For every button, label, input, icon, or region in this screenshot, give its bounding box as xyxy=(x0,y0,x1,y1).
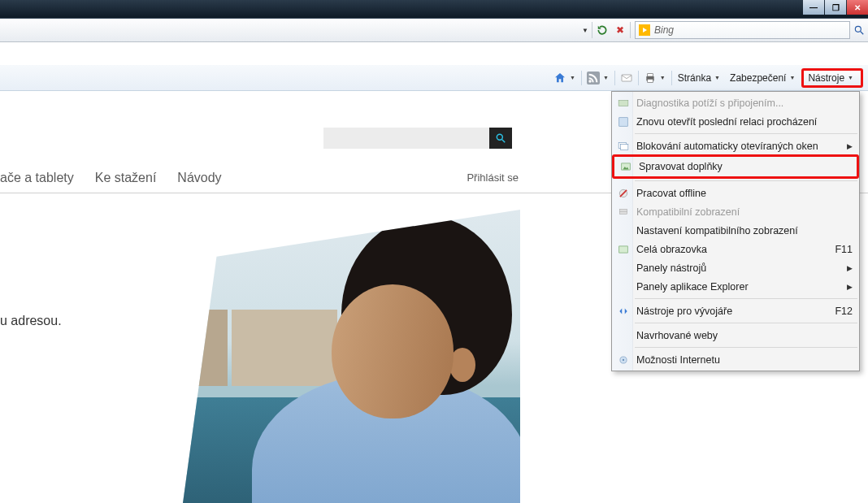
site-search-input[interactable] xyxy=(323,128,489,149)
submenu-arrow-icon: ▶ xyxy=(847,264,853,272)
svg-point-20 xyxy=(623,358,624,360)
shortcut-text: F11 xyxy=(828,244,853,255)
menu-item-popup-blocker[interactable]: Blokování automaticky otevíraných oken ▶ xyxy=(612,137,859,155)
command-bar: ▼ ▼ ▼ Stránka▼ Zabezpečení▼ Nástroje▼ xyxy=(0,65,868,91)
page-body-text: u adresou. xyxy=(0,314,62,328)
page-menu-button[interactable]: Stránka▼ xyxy=(675,70,727,86)
window-maximize-button[interactable]: ❐ xyxy=(825,0,846,15)
reopen-icon xyxy=(615,116,631,128)
svg-rect-10 xyxy=(618,100,628,106)
menu-item-internet-options[interactable]: Možnosti Internetu xyxy=(612,350,859,369)
home-icon[interactable] xyxy=(553,71,567,85)
diagnose-icon xyxy=(615,98,631,109)
site-search xyxy=(323,128,512,149)
svg-point-3 xyxy=(588,80,591,82)
submenu-arrow-icon: ▶ xyxy=(847,142,853,150)
bing-icon xyxy=(639,24,650,36)
nav-item[interactable]: Návody xyxy=(177,171,221,185)
shortcut-text: F12 xyxy=(828,306,853,317)
separator xyxy=(630,22,631,38)
submenu-arrow-icon: ▶ xyxy=(847,283,853,291)
svg-point-8 xyxy=(497,134,502,140)
svg-point-0 xyxy=(855,26,861,32)
svg-rect-2 xyxy=(587,72,600,85)
menu-item-diagnose: Diagnostika potíží s připojením... xyxy=(612,93,859,112)
window-titlebar: — ❐ ✕ xyxy=(0,0,868,18)
window-close-button[interactable]: ✕ xyxy=(847,0,868,15)
feeds-icon[interactable] xyxy=(586,71,601,85)
dropdown-icon[interactable]: ▼ xyxy=(603,75,609,80)
menu-item-work-offline[interactable]: Pracovat offline xyxy=(612,184,859,202)
dropdown-icon[interactable]: ▼ xyxy=(570,75,575,80)
menu-item-dev-tools[interactable]: Nástroje pro vývojáře F12 xyxy=(612,301,859,320)
svg-rect-11 xyxy=(619,117,628,126)
svg-rect-13 xyxy=(621,144,628,150)
fullscreen-icon xyxy=(615,244,631,255)
menu-item-compat-settings[interactable]: Nastavení kompatibilního zobrazení xyxy=(612,221,859,240)
hero-image xyxy=(183,210,520,503)
safety-menu-button[interactable]: Zabezpečení▼ xyxy=(727,70,801,86)
dropdown-icon[interactable]: ▼ xyxy=(660,75,666,80)
addons-icon xyxy=(618,161,634,172)
menu-item-fullscreen[interactable]: Celá obrazovka F11 xyxy=(612,240,859,258)
popup-icon xyxy=(615,141,631,152)
menu-item-compat-view: Kompatibilní zobrazení xyxy=(612,202,859,221)
menu-item-toolbars[interactable]: Panely nástrojů ▶ xyxy=(612,258,859,277)
svg-line-1 xyxy=(861,32,864,35)
svg-rect-18 xyxy=(619,245,628,252)
tools-dropdown-menu: Diagnostika potíží s připojením... Znovu… xyxy=(611,91,860,371)
browser-search-box[interactable]: Bing xyxy=(635,21,850,39)
menu-item-suggested-sites[interactable]: Navrhované weby xyxy=(612,326,859,345)
login-link[interactable]: Přihlásit se xyxy=(467,171,519,184)
tools-menu-button[interactable]: Nástroje▼ xyxy=(801,68,863,88)
print-icon[interactable] xyxy=(643,71,658,85)
stop-button[interactable]: ✖ xyxy=(611,21,629,39)
svg-line-9 xyxy=(502,140,506,143)
separator xyxy=(638,71,639,85)
separator xyxy=(671,71,672,85)
menu-item-explorer-bars[interactable]: Panely aplikace Explorer ▶ xyxy=(612,277,859,296)
refresh-button[interactable] xyxy=(593,21,611,39)
search-go-button[interactable] xyxy=(852,21,866,39)
separator xyxy=(592,22,592,38)
separator xyxy=(581,71,582,85)
compat-icon xyxy=(615,206,631,218)
svg-rect-4 xyxy=(622,75,631,81)
nav-item[interactable]: ače a tablety xyxy=(0,171,74,185)
menu-item-manage-addons[interactable]: Spravovat doplňky xyxy=(614,157,857,176)
window-minimize-button[interactable]: — xyxy=(803,0,824,15)
nav-item[interactable]: Ke stažení xyxy=(95,171,157,185)
separator xyxy=(614,71,615,85)
menu-item-reopen-session[interactable]: Znovu otevřít poslední relaci procházení xyxy=(612,112,859,131)
offline-icon xyxy=(615,188,631,199)
options-icon xyxy=(615,354,631,366)
svg-rect-6 xyxy=(647,73,653,76)
devtools-icon xyxy=(615,306,631,317)
address-dropdown-icon[interactable]: ▼ xyxy=(579,21,591,39)
site-search-button[interactable] xyxy=(489,128,512,149)
mail-icon[interactable] xyxy=(619,71,634,85)
svg-rect-7 xyxy=(647,79,653,82)
address-bar-row: ▼ ✖ Bing xyxy=(0,18,868,42)
browser-search-placeholder: Bing xyxy=(654,24,674,36)
